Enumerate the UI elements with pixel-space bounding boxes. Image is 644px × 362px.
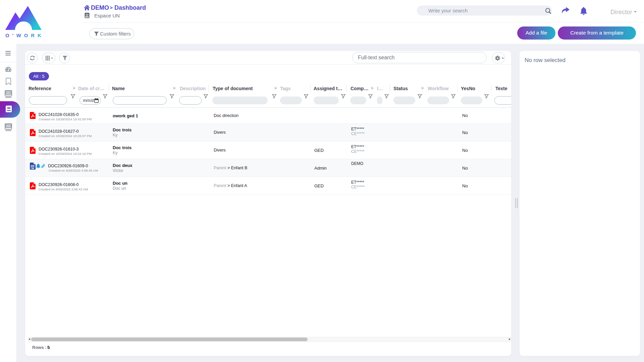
svg-text:O'WORK: O'WORK: [5, 33, 43, 38]
